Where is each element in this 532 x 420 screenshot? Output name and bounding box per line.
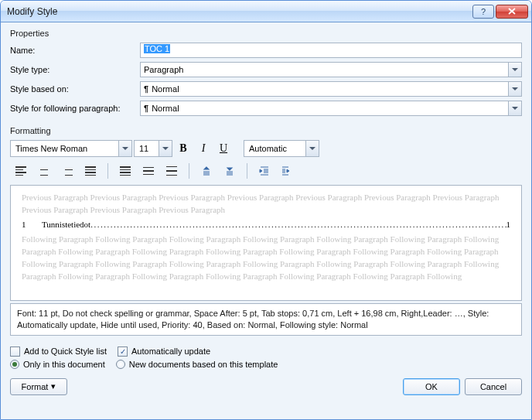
radio-checked-icon xyxy=(10,360,19,369)
chevron-down-icon: ▾ xyxy=(51,381,56,391)
style-description: Font: 11 pt, Do not check spelling or gr… xyxy=(10,303,522,336)
name-input[interactable]: TOC 1 xyxy=(140,43,522,58)
cancel-button[interactable]: Cancel xyxy=(465,378,522,395)
spacing-2-button[interactable] xyxy=(161,162,182,180)
chevron-down-icon xyxy=(508,63,521,77)
name-label: Name: xyxy=(10,46,140,55)
add-quick-style-checkbox[interactable]: Add to Quick Style list xyxy=(10,347,107,357)
space-before-dec-button[interactable] xyxy=(219,162,240,180)
align-justify-button[interactable] xyxy=(80,162,101,180)
space-before-inc-button[interactable] xyxy=(196,162,217,180)
close-button[interactable] xyxy=(496,5,528,19)
preview-pane: Previous Paragraph Previous Paragraph Pr… xyxy=(10,185,522,301)
align-center-button[interactable] xyxy=(33,162,55,180)
format-button[interactable]: Format ▾ xyxy=(10,378,67,395)
chevron-down-icon xyxy=(508,101,521,115)
chevron-down-icon xyxy=(305,141,319,156)
help-button[interactable]: ? xyxy=(472,5,494,19)
font-family-select[interactable]: Times New Roman xyxy=(10,140,132,157)
indent-dec-button[interactable] xyxy=(254,162,275,180)
style-type-label: Style type: xyxy=(10,65,140,74)
following-label: Style for following paragraph: xyxy=(10,104,140,113)
chevron-down-icon xyxy=(508,82,521,96)
bold-button[interactable]: B xyxy=(174,140,193,157)
spacing-1-button[interactable] xyxy=(114,162,136,180)
formatting-group-label: Formatting xyxy=(10,126,522,135)
checkbox-icon xyxy=(10,347,20,357)
style-type-select[interactable]: Paragraph xyxy=(140,62,522,77)
pilcrow-icon: ¶ xyxy=(144,84,148,94)
auto-update-checkbox[interactable]: Automatically update xyxy=(118,347,210,357)
following-select[interactable]: ¶ Normal xyxy=(140,101,522,116)
chevron-down-icon xyxy=(159,141,172,156)
modify-style-dialog: Modify Style ? Properties Name: TOC 1 St… xyxy=(0,0,532,420)
only-this-doc-radio[interactable]: Only in this document xyxy=(10,360,105,369)
font-size-select[interactable]: 11 xyxy=(134,140,172,157)
window-title: Modify Style xyxy=(7,6,472,17)
preview-following: Following Paragraph Following Paragraph … xyxy=(22,234,510,283)
checkbox-checked-icon xyxy=(118,347,128,357)
chevron-down-icon xyxy=(118,141,131,156)
new-docs-radio[interactable]: New documents based on this template xyxy=(116,360,278,369)
pilcrow-icon: ¶ xyxy=(144,104,148,113)
underline-button[interactable]: U xyxy=(214,140,233,157)
font-color-select[interactable]: Automatic xyxy=(244,140,319,157)
spacing-15-button[interactable] xyxy=(138,162,159,180)
align-left-button[interactable] xyxy=(10,162,32,180)
italic-button[interactable]: I xyxy=(194,140,213,157)
preview-sample: 1 Tunnistetiedot .......................… xyxy=(22,219,510,231)
based-on-label: Style based on: xyxy=(10,84,140,94)
radio-icon xyxy=(116,360,125,369)
based-on-select[interactable]: ¶ Normal xyxy=(140,81,522,97)
align-right-button[interactable] xyxy=(56,162,78,180)
preview-previous: Previous Paragraph Previous Paragraph Pr… xyxy=(22,192,510,217)
ok-button[interactable]: OK xyxy=(403,378,460,395)
titlebar[interactable]: Modify Style ? xyxy=(1,1,531,22)
indent-inc-button[interactable] xyxy=(277,162,298,180)
properties-group-label: Properties xyxy=(10,29,522,38)
